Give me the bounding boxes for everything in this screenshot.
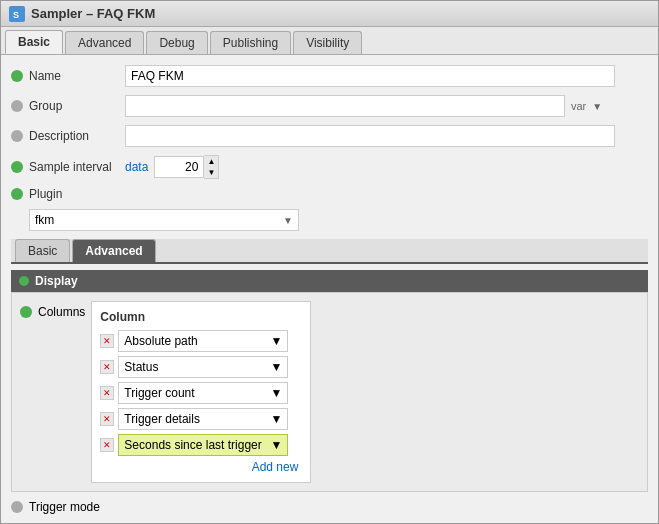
main-tab-bar: Basic Advanced Debug Publishing Visibili… [1,27,658,55]
name-input[interactable] [125,65,615,87]
col-dropdown-2[interactable]: Trigger count ▼ [118,382,288,404]
column-panel: Column ✕ Absolute path ▼ ✕ Status ▼ [91,301,311,483]
plugin-dropdown-arrow-icon: ▼ [283,215,293,226]
col-arrow-2-icon: ▼ [270,386,282,400]
plugin-dropdown-row: fkm ▼ [11,209,648,231]
inner-tab-bar: Basic Advanced [11,239,648,264]
data-link[interactable]: data [125,160,148,174]
columns-label-row: Columns [20,301,85,319]
group-row: Group var ▼ [11,95,648,117]
columns-row: Columns Column ✕ Absolute path ▼ ✕ [20,301,639,483]
group-status-dot [11,100,23,112]
name-label: Name [29,69,119,83]
tab-debug[interactable]: Debug [146,31,207,54]
title-bar: S Sampler – FAQ FKM [1,1,658,27]
spin-up-button[interactable]: ▲ [204,156,218,167]
spin-down-button[interactable]: ▼ [204,167,218,178]
columns-section: Columns Column ✕ Absolute path ▼ ✕ [11,292,648,492]
sample-status-dot [11,161,23,173]
name-row: Name [11,65,648,87]
col-value-3: Trigger details [124,412,200,426]
column-item-1: ✕ Status ▼ [100,356,302,378]
group-input[interactable] [125,95,565,117]
column-panel-header: Column [100,310,302,324]
description-label: Description [29,129,119,143]
plugin-dropdown[interactable]: fkm ▼ [29,209,299,231]
col-arrow-1-icon: ▼ [270,360,282,374]
trigger-mode-label: Trigger mode [29,500,100,514]
tab-publishing[interactable]: Publishing [210,31,291,54]
main-content: Name Group var ▼ Description Sample inte… [1,55,658,523]
trigger-mode-row: Trigger mode [11,500,648,514]
description-status-dot [11,130,23,142]
inner-tab-basic[interactable]: Basic [15,239,70,262]
col-del-btn-4[interactable]: ✕ [100,438,114,452]
tab-advanced[interactable]: Advanced [65,31,144,54]
plugin-status-dot [11,188,23,200]
app-icon: S [9,6,25,22]
col-dropdown-3[interactable]: Trigger details ▼ [118,408,288,430]
col-del-btn-2[interactable]: ✕ [100,386,114,400]
sample-interval-row: Sample interval data ▲ ▼ [11,155,648,179]
col-del-btn-3[interactable]: ✕ [100,412,114,426]
display-status-dot [19,276,29,286]
col-arrow-3-icon: ▼ [270,412,282,426]
col-del-btn-1[interactable]: ✕ [100,360,114,374]
column-item-3: ✕ Trigger details ▼ [100,408,302,430]
columns-label: Columns [38,305,85,319]
add-new-link[interactable]: Add new [100,460,302,474]
plugin-selected-value: fkm [35,213,54,227]
sample-interval-label: Sample interval [29,160,119,174]
col-dropdown-0[interactable]: Absolute path ▼ [118,330,288,352]
inner-tab-advanced[interactable]: Advanced [72,239,155,262]
spin-buttons: ▲ ▼ [204,155,219,179]
col-value-2: Trigger count [124,386,194,400]
column-item-4: ✕ Seconds since last trigger ▼ [100,434,302,456]
columns-status-dot [20,306,32,318]
col-arrow-0-icon: ▼ [270,334,282,348]
col-value-0: Absolute path [124,334,197,348]
col-value-4: Seconds since last trigger [124,438,261,452]
plugin-label: Plugin [29,187,119,201]
column-item-0: ✕ Absolute path ▼ [100,330,302,352]
display-section-label: Display [35,274,78,288]
var-label: var [571,100,586,112]
column-item-2: ✕ Trigger count ▼ [100,382,302,404]
sample-interval-spinner[interactable]: ▲ ▼ [154,155,219,179]
col-arrow-4-icon: ▼ [270,438,282,452]
window-title: Sampler – FAQ FKM [31,6,155,21]
tab-visibility[interactable]: Visibility [293,31,362,54]
main-window: S Sampler – FAQ FKM Basic Advanced Debug… [0,0,659,524]
sample-interval-input[interactable] [154,156,204,178]
svg-text:S: S [13,10,19,20]
plugin-row: Plugin [11,187,648,201]
tab-basic[interactable]: Basic [5,30,63,54]
col-dropdown-1[interactable]: Status ▼ [118,356,288,378]
description-row: Description [11,125,648,147]
var-arrow-icon[interactable]: ▼ [592,101,602,112]
group-label: Group [29,99,119,113]
display-section-header: Display [11,270,648,292]
trigger-mode-status-dot [11,501,23,513]
col-value-1: Status [124,360,158,374]
description-input[interactable] [125,125,615,147]
name-status-dot [11,70,23,82]
col-dropdown-4[interactable]: Seconds since last trigger ▼ [118,434,288,456]
col-del-btn-0[interactable]: ✕ [100,334,114,348]
